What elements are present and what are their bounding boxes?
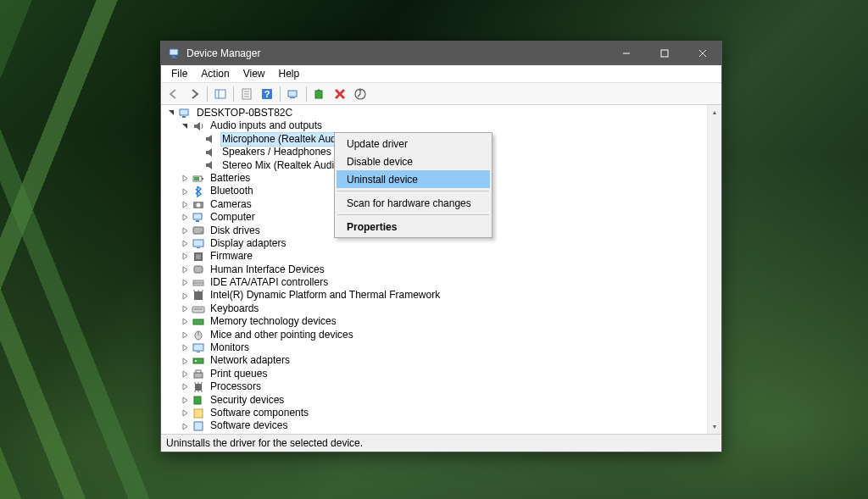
- twisty-collapsed-icon[interactable]: [178, 341, 192, 354]
- ctx-update-driver[interactable]: Update driver: [337, 135, 490, 152]
- twisty-collapsed-icon[interactable]: [178, 368, 192, 380]
- properties-button[interactable]: [237, 85, 256, 103]
- twisty-collapsed-icon[interactable]: [178, 172, 192, 185]
- speaker-icon: [203, 158, 217, 172]
- maximize-button[interactable]: [645, 42, 683, 65]
- category-icon: [192, 407, 205, 420]
- tree-category[interactable]: IDE ATA/ATAPI controllers: [161, 276, 707, 289]
- svg-rect-52: [194, 373, 203, 378]
- show-hide-tree-button[interactable]: [211, 85, 230, 103]
- scan-hardware-button[interactable]: [284, 85, 303, 103]
- svg-rect-16: [290, 97, 295, 98]
- minimize-button[interactable]: [607, 42, 645, 65]
- tree-label: Sound, video and game controllers: [209, 433, 369, 434]
- back-button[interactable]: [164, 85, 183, 103]
- twisty-collapsed-icon[interactable]: [178, 276, 192, 289]
- menu-file[interactable]: File: [164, 66, 194, 81]
- tree-label: Batteries: [209, 172, 252, 185]
- svg-rect-21: [180, 109, 188, 115]
- tree-label: Keyboards: [209, 302, 260, 315]
- category-icon: [192, 224, 205, 237]
- tree-category[interactable]: Security devices: [161, 394, 707, 407]
- twisty-collapsed-icon[interactable]: [178, 420, 192, 433]
- twisty-collapsed-icon[interactable]: [178, 394, 192, 407]
- category-icon: [192, 172, 205, 186]
- tree-category[interactable]: Monitors: [161, 341, 707, 354]
- svg-rect-48: [193, 344, 203, 351]
- tree-label: Monitors: [209, 341, 251, 354]
- ctx-scan-hardware[interactable]: Scan for hardware changes: [337, 194, 490, 212]
- twisty-collapsed-icon[interactable]: [178, 407, 192, 419]
- scroll-up-arrow-icon[interactable]: ▴: [708, 105, 721, 119]
- tree-category-audio[interactable]: Audio inputs and outputs: [161, 119, 707, 132]
- category-icon: [192, 185, 205, 198]
- tree-label: Intel(R) Dynamic Platform and Thermal Fr…: [209, 289, 442, 302]
- twisty-expanded-icon[interactable]: [178, 120, 192, 133]
- tree-label: Security devices: [209, 394, 286, 407]
- twisty-collapsed-icon[interactable]: [178, 433, 192, 434]
- twisty-collapsed-icon[interactable]: [178, 237, 192, 250]
- tree-category[interactable]: Display adapters: [161, 237, 707, 250]
- tree-category[interactable]: Sound, video and game controllers: [161, 433, 707, 434]
- tree-category[interactable]: Intel(R) Dynamic Platform and Thermal Fr…: [161, 289, 707, 302]
- menu-action[interactable]: Action: [194, 66, 236, 81]
- svg-rect-62: [194, 409, 203, 418]
- ctx-properties[interactable]: Properties: [337, 218, 490, 236]
- uninstall-button[interactable]: [331, 85, 349, 103]
- tree-category[interactable]: Network adapters: [161, 354, 707, 367]
- svg-text:?: ?: [264, 89, 270, 99]
- toolbar: ?: [161, 83, 721, 105]
- vertical-scrollbar[interactable]: ▴ ▾: [707, 105, 721, 434]
- ctx-label: Properties: [347, 221, 397, 233]
- close-button[interactable]: [683, 42, 721, 65]
- scroll-down-arrow-icon[interactable]: ▾: [708, 419, 721, 434]
- tree-category[interactable]: Print queues: [161, 368, 707, 380]
- twisty-collapsed-icon[interactable]: [178, 290, 192, 302]
- svg-rect-36: [194, 266, 203, 273]
- svg-rect-24: [202, 178, 203, 180]
- twisty-collapsed-icon[interactable]: [178, 302, 192, 315]
- enable-button[interactable]: [310, 85, 329, 103]
- help-button[interactable]: ?: [258, 85, 276, 103]
- titlebar[interactable]: Device Manager: [161, 42, 721, 65]
- category-icon: [192, 197, 205, 211]
- twisty-collapsed-icon[interactable]: [178, 198, 192, 211]
- tree-category[interactable]: Software devices: [161, 419, 707, 432]
- tree-label: Processors: [209, 380, 263, 393]
- twisty-collapsed-icon[interactable]: [178, 315, 192, 328]
- category-icon: [192, 289, 205, 302]
- twisty-collapsed-icon[interactable]: [178, 329, 192, 341]
- tree-category[interactable]: Keyboards: [161, 302, 707, 315]
- svg-rect-0: [170, 49, 178, 55]
- twisty-collapsed-icon[interactable]: [178, 263, 192, 276]
- tree-label: Mice and other pointing devices: [209, 329, 355, 341]
- device-manager-window: Device Manager File Action View Help: [160, 41, 722, 452]
- tree-category[interactable]: Human Interface Devices: [161, 263, 707, 276]
- category-icon: [192, 211, 205, 225]
- tree-root[interactable]: DESKTOP-0BST82C: [161, 107, 707, 119]
- twisty-collapsed-icon[interactable]: [178, 186, 192, 198]
- ctx-disable-device[interactable]: Disable device: [337, 152, 490, 170]
- tree-label: Memory technology devices: [209, 315, 338, 328]
- category-icon: [192, 237, 205, 251]
- tree-category[interactable]: Firmware: [161, 250, 707, 263]
- menu-help[interactable]: Help: [272, 66, 307, 81]
- twisty-collapsed-icon[interactable]: [178, 225, 192, 237]
- twisty-collapsed-icon[interactable]: [178, 250, 192, 263]
- twisty-expanded-icon[interactable]: [164, 107, 178, 119]
- context-menu: Update driver Disable device Uninstall d…: [334, 132, 492, 238]
- svg-rect-22: [182, 116, 186, 118]
- svg-rect-25: [194, 177, 199, 180]
- tree-category[interactable]: Memory technology devices: [161, 315, 707, 328]
- twisty-collapsed-icon[interactable]: [178, 211, 192, 224]
- twisty-collapsed-icon[interactable]: [178, 355, 192, 368]
- tree-category[interactable]: Mice and other pointing devices: [161, 329, 707, 341]
- update-driver-button[interactable]: [351, 85, 370, 103]
- ctx-uninstall-device[interactable]: Uninstall device: [337, 170, 490, 188]
- menu-view[interactable]: View: [236, 66, 272, 81]
- tree-category[interactable]: Software components: [161, 407, 707, 419]
- forward-button[interactable]: [185, 85, 203, 103]
- category-icon: [192, 380, 205, 394]
- twisty-collapsed-icon[interactable]: [178, 380, 192, 393]
- tree-category[interactable]: Processors: [161, 380, 707, 393]
